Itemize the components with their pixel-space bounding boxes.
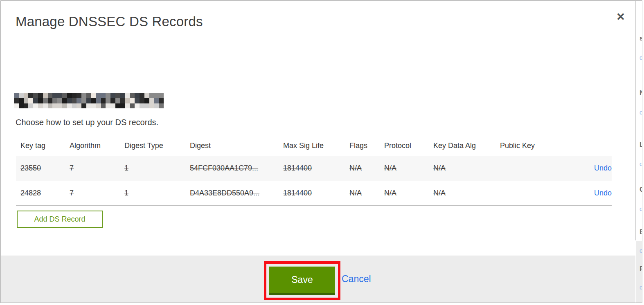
save-button[interactable]: Save [269, 267, 335, 295]
table-header-row: Key tag Algorithm Digest Type Digest Max… [16, 136, 612, 156]
background-text-fragment: C [639, 186, 642, 194]
cell-algorithm: 7 [70, 189, 124, 197]
background-text-fragment: P [639, 265, 642, 273]
col-header-digest: Digest [190, 141, 283, 150]
background-text-fragment: L [639, 141, 642, 149]
screenshot-frame: Manage DNSSEC DS Records ✕ Choose how to… [0, 0, 642, 303]
add-ds-record-button[interactable]: Add DS Record [17, 211, 103, 228]
background-page-sliver: sdNoLoCoEoPo [636, 1, 642, 303]
redacted-domain-name [14, 93, 164, 108]
table-row: 24828 7 1 D4A33E8DD550A9... 1814400 N/A … [16, 181, 612, 206]
col-header-protocol: Protocol [384, 141, 433, 150]
col-header-key-data-alg: Key Data Alg [433, 141, 500, 150]
cell-digest: 54FCF030AA1C79... [190, 164, 283, 173]
col-header-public-key: Public Key [500, 141, 586, 150]
ds-records-instruction: Choose how to set up your DS records. [16, 118, 158, 127]
cell-key-data-alg: N/A [433, 189, 500, 197]
background-text-fragment: E [639, 228, 642, 236]
col-header-flags: Flags [349, 141, 384, 150]
col-header-algorithm: Algorithm [70, 141, 124, 150]
background-text-fragment: s [639, 34, 642, 43]
background-text-fragment: d [639, 54, 642, 61]
cell-max-sig-life: 1814400 [283, 189, 349, 197]
modal-footer: Save Cancel [1, 256, 635, 303]
background-text-fragment: N [639, 89, 642, 97]
annotation-highlight-box: Save [264, 261, 340, 300]
cancel-link[interactable]: Cancel [342, 274, 371, 285]
background-text-fragment: o [639, 109, 642, 116]
cell-key-tag: 23550 [20, 164, 70, 173]
modal-title: Manage DNSSEC DS Records [16, 14, 203, 29]
cell-digest-type: 1 [124, 189, 190, 197]
cell-key-data-alg: N/A [433, 164, 500, 173]
background-text-fragment: o [639, 284, 642, 291]
undo-link[interactable]: Undo [586, 189, 612, 197]
cell-key-tag: 24828 [20, 189, 70, 197]
dnssec-modal: Manage DNSSEC DS Records ✕ Choose how to… [1, 1, 635, 303]
col-header-max-sig-life: Max Sig Life [283, 141, 349, 150]
cell-max-sig-life: 1814400 [283, 164, 349, 173]
cell-flags: N/A [349, 189, 384, 197]
cell-digest: D4A33E8DD550A9... [190, 189, 283, 197]
cell-digest-type: 1 [124, 164, 190, 173]
cell-algorithm: 7 [70, 164, 124, 173]
ds-records-table: Key tag Algorithm Digest Type Digest Max… [16, 136, 612, 206]
undo-link[interactable]: Undo [586, 164, 612, 173]
cell-protocol: N/A [384, 189, 433, 197]
background-text-fragment: o [639, 205, 642, 212]
cell-flags: N/A [349, 164, 384, 173]
cell-protocol: N/A [384, 164, 433, 173]
col-header-key-tag: Key tag [20, 141, 70, 150]
background-text-fragment: o [639, 247, 642, 254]
close-icon[interactable]: ✕ [614, 10, 628, 24]
table-row: 23550 7 1 54FCF030AA1C79... 1814400 N/A … [16, 156, 612, 181]
col-header-digest-type: Digest Type [124, 141, 190, 150]
background-text-fragment: o [639, 160, 642, 167]
